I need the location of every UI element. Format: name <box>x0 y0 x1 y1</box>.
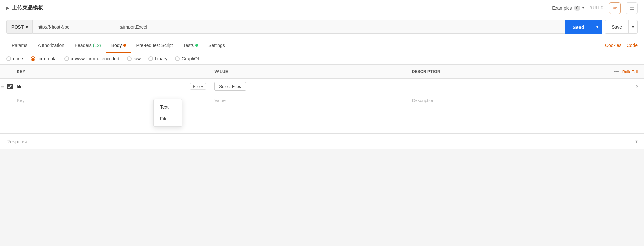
body-options: none form-data x-www-form-urlencoded raw… <box>0 53 644 65</box>
radio-graphql[interactable]: GraphQL <box>175 56 200 61</box>
delete-row-button[interactable]: × <box>635 83 639 90</box>
tab-body-label: Body <box>111 43 122 48</box>
dropdown-file-option[interactable]: File <box>154 113 182 124</box>
send-button[interactable]: Send ▾ <box>565 20 602 34</box>
row-checkbox[interactable] <box>7 84 13 89</box>
radio-form-data-circle <box>31 56 35 61</box>
radio-none[interactable]: none <box>6 56 23 61</box>
content-spacer <box>0 107 644 133</box>
radio-binary-circle <box>148 56 153 61</box>
tab-params-label: Params <box>12 43 27 48</box>
tests-dot-icon <box>195 44 198 47</box>
select-files-button[interactable]: Select Files <box>214 82 246 91</box>
placeholder-row: Key Value Description <box>0 94 644 107</box>
tab-body[interactable]: Body <box>106 38 131 53</box>
ph-value-text: Value <box>214 98 226 103</box>
code-button[interactable]: Code <box>627 43 638 48</box>
tab-authorization[interactable]: Authorization <box>32 38 69 53</box>
radio-graphql-circle <box>175 56 180 61</box>
ph-desc-cell[interactable]: Description <box>408 94 605 107</box>
tab-pre-request[interactable]: Pre-request Script <box>131 38 178 53</box>
row-desc-cell <box>408 83 605 90</box>
header-actions: ••• Bulk Edit <box>605 69 644 75</box>
response-bar: Response ▾ <box>0 133 644 149</box>
header-key: KEY <box>13 67 210 76</box>
examples-button[interactable]: Examples 0 ▾ <box>552 6 584 11</box>
page-title: 上传菜品模板 <box>12 5 43 11</box>
examples-badge: 0 <box>574 6 581 11</box>
top-header: ▶ 上传菜品模板 Examples 0 ▾ BUILD ✏ ☰ <box>0 0 644 16</box>
row-drag-handle: ☰ <box>0 84 13 89</box>
collapse-icon[interactable]: ▶ <box>6 6 9 10</box>
tab-headers-label: Headers (12) <box>75 43 101 48</box>
bulk-edit-button[interactable]: Bulk Edit <box>622 69 639 74</box>
tabs-bar: Params Authorization Headers (12) Body P… <box>0 38 644 53</box>
radio-none-circle <box>6 56 11 61</box>
table-row: ☰ file File ▾ Select Files × Text File <box>0 79 644 94</box>
row-value-cell: Select Files <box>210 79 407 94</box>
more-options-icon[interactable]: ••• <box>614 69 619 75</box>
tab-settings-label: Settings <box>208 43 225 48</box>
save-button[interactable]: Save ▾ <box>605 20 638 34</box>
tab-headers[interactable]: Headers (12) <box>69 38 106 53</box>
row-key-cell: file File ▾ <box>13 80 210 93</box>
tab-params[interactable]: Params <box>6 38 32 53</box>
response-chevron-icon[interactable]: ▾ <box>635 139 638 144</box>
radio-binary[interactable]: binary <box>148 56 167 61</box>
file-type-chevron-icon: ▾ <box>201 84 203 89</box>
tabs-right: Cookies Code <box>605 43 638 48</box>
examples-label: Examples <box>552 6 572 11</box>
radio-urlencoded[interactable]: x-www-form-urlencoded <box>64 56 119 61</box>
save-dropdown-icon[interactable]: ▾ <box>629 20 637 33</box>
tab-authorization-label: Authorization <box>38 43 64 48</box>
method-label: POST <box>11 24 24 29</box>
title-area: ▶ 上传菜品模板 <box>6 5 43 11</box>
header-value: VALUE <box>210 67 407 76</box>
radio-graphql-label: GraphQL <box>181 56 200 61</box>
type-dropdown-popup: Text File <box>153 99 182 127</box>
method-chevron-icon: ▾ <box>26 24 28 29</box>
ph-key-text: Key <box>17 98 25 103</box>
header-description: DESCRIPTION <box>408 67 605 76</box>
cookies-button[interactable]: Cookies <box>605 43 622 48</box>
edit-icon: ✏ <box>613 5 617 11</box>
table-header: KEY VALUE DESCRIPTION ••• Bulk Edit <box>0 65 644 79</box>
table-container: KEY VALUE DESCRIPTION ••• Bulk Edit ☰ fi… <box>0 65 644 107</box>
radio-raw[interactable]: raw <box>127 56 141 61</box>
send-label: Send <box>565 20 592 34</box>
tab-settings[interactable]: Settings <box>203 38 230 53</box>
tab-tests[interactable]: Tests <box>178 38 203 53</box>
edit-button[interactable]: ✏ <box>609 2 621 14</box>
radio-form-data-label: form-data <box>37 56 57 61</box>
ph-desc-text: Description <box>412 98 435 103</box>
send-dropdown-icon[interactable]: ▾ <box>592 20 602 34</box>
drag-icon: ☰ <box>1 84 4 89</box>
file-type-label: File <box>193 84 200 89</box>
tab-pre-request-label: Pre-request Script <box>136 43 173 48</box>
header-right: Examples 0 ▾ BUILD ✏ ☰ <box>552 2 638 14</box>
radio-urlencoded-label: x-www-form-urlencoded <box>71 56 119 61</box>
response-label: Response <box>6 139 29 144</box>
body-dot-icon <box>123 44 126 47</box>
url-input[interactable] <box>33 20 565 34</box>
radio-raw-label: raw <box>134 56 141 61</box>
radio-urlencoded-circle <box>64 56 69 61</box>
chat-button[interactable]: ☰ <box>626 2 638 14</box>
method-select[interactable]: POST ▾ <box>6 20 33 34</box>
build-label: BUILD <box>589 6 604 10</box>
radio-form-data[interactable]: form-data <box>31 56 57 61</box>
save-label: Save <box>605 20 628 33</box>
radio-raw-circle <box>127 56 132 61</box>
file-type-dropdown[interactable]: File ▾ <box>190 83 206 90</box>
radio-binary-label: binary <box>155 56 167 61</box>
url-bar: POST ▾ Send ▾ Save ▾ <box>0 16 644 38</box>
ph-value-cell[interactable]: Value <box>210 94 407 107</box>
key-text: file <box>17 84 23 89</box>
dropdown-text-option[interactable]: Text <box>154 101 182 113</box>
row-actions: × <box>605 83 644 90</box>
examples-chevron-icon: ▾ <box>582 6 584 10</box>
chat-icon: ☰ <box>629 5 634 11</box>
radio-none-label: none <box>13 56 23 61</box>
tab-tests-label: Tests <box>183 43 194 48</box>
